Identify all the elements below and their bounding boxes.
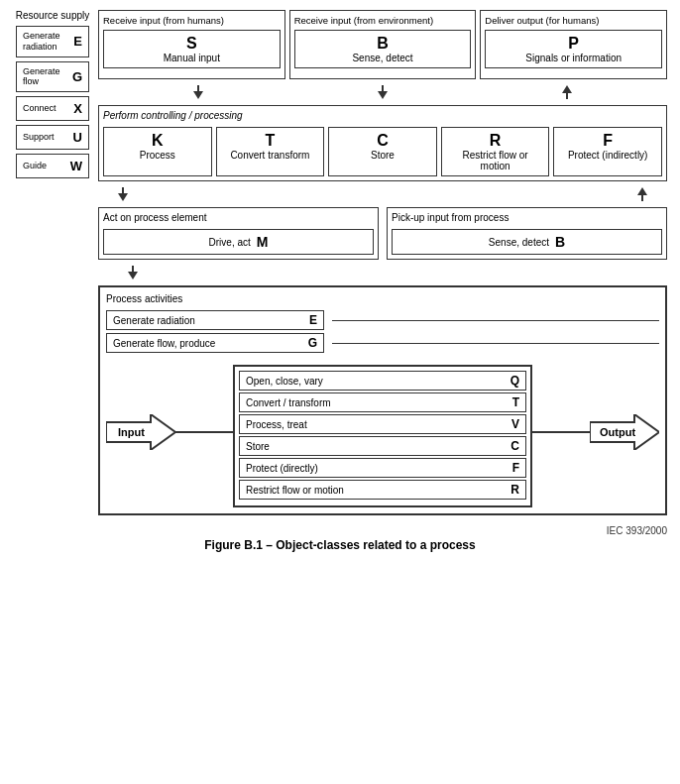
sub-v-label: Process, treat xyxy=(246,419,307,430)
sidebar-item-x-code: X xyxy=(73,101,82,116)
sub-item-r: Restrict flow or motion R xyxy=(239,480,526,500)
gen-radiation-item: Generate radiation E xyxy=(106,310,324,330)
receive-input-env-label: Receive input (from environment) xyxy=(294,15,433,26)
sense-detect-top-code: B xyxy=(303,35,463,53)
process-activities-title: Process activities xyxy=(106,293,659,304)
sub-row-v: Process, treat V xyxy=(239,414,526,434)
ctrl-item-t: T Convert transform xyxy=(216,127,325,176)
gen-radiation-label: Generate radiation xyxy=(113,315,195,326)
sidebar-item-x: Connect X xyxy=(16,96,89,121)
manual-input-inner-box: S Manual input xyxy=(103,30,281,68)
act-pickup-row: Act on process element Drive, act M Pick… xyxy=(98,207,667,260)
output-arrow-group: Output xyxy=(590,414,659,450)
gen-flow-line xyxy=(332,343,659,344)
resource-supply-label: Resource supply xyxy=(16,10,89,22)
sense-detect-bottom-code: B xyxy=(555,234,565,250)
sub-c-code: C xyxy=(510,439,519,453)
sidebar-item-x-label: Connect xyxy=(23,103,69,114)
sub-q-code: Q xyxy=(510,374,519,388)
figure-title: Figure B.1 – Object-classes related to a… xyxy=(13,538,667,552)
input-arrow-svg xyxy=(106,414,175,450)
sub-item-f: Protect (directly) F xyxy=(239,458,526,478)
arrow-down-mid-1 xyxy=(118,187,128,201)
gen-flow-item: Generate flow, produce G xyxy=(106,333,324,353)
ctrl-r-desc: Restrict flow or motion xyxy=(463,150,528,171)
sense-detect-top-desc: Sense, detect xyxy=(352,53,412,63)
receive-input-humans-box: Receive input (from humans) S Manual inp… xyxy=(98,10,285,79)
arrow-down-2 xyxy=(292,85,474,99)
ctrl-c-desc: Store xyxy=(371,150,395,161)
gen-flow-code: G xyxy=(308,336,317,350)
sidebar-item-w-label: Guide xyxy=(23,161,66,171)
drive-act-code: M xyxy=(257,234,269,250)
figure-caption: IEC 393/2000 Figure B.1 – Object-classes… xyxy=(13,525,667,552)
ctrl-k-desc: Process xyxy=(140,150,175,161)
signals-info-inner-box: P Signals or information xyxy=(485,30,662,68)
svg-marker-1 xyxy=(590,414,659,450)
sense-detect-top-inner-box: B Sense, detect xyxy=(294,30,472,68)
svg-marker-0 xyxy=(106,414,175,450)
ctrl-f-desc: Protect (indirectly) xyxy=(568,150,648,161)
left-sidebar: Resource supply Generate radiation E Gen… xyxy=(13,10,92,515)
arrow-up-3 xyxy=(476,85,657,99)
mid-arrows xyxy=(98,187,667,201)
sidebar-item-w: Guide W xyxy=(16,154,89,178)
act-box-title: Act on process element xyxy=(103,212,374,223)
sub-row-r: Restrict flow or motion R xyxy=(239,480,526,500)
ctrl-item-c: C Store xyxy=(328,127,437,176)
sense-detect-bottom-desc: Sense, detect xyxy=(489,237,549,248)
sub-item-v: Process, treat V xyxy=(239,414,526,434)
sub-item-t: Convert / transform T xyxy=(239,392,526,412)
reference-label: IEC 393/2000 xyxy=(13,525,667,536)
manual-input-code: S xyxy=(112,35,272,53)
ctrl-r-code: R xyxy=(448,132,543,150)
ctrl-item-r: R Restrict flow or motion xyxy=(441,127,550,176)
deliver-output-box: Deliver output (for humans) P Signals or… xyxy=(480,10,667,79)
sidebar-item-e-code: E xyxy=(73,34,82,49)
drive-act-inner-box: Drive, act M xyxy=(103,229,374,255)
sub-item-c: Store C xyxy=(239,436,526,456)
gen-radiation-line xyxy=(332,320,659,321)
top-row: Receive input (from humans) S Manual inp… xyxy=(98,10,667,79)
arrow-down-bottom xyxy=(128,266,138,280)
signals-info-code: P xyxy=(494,35,653,53)
sidebar-item-g-label: Generate flow xyxy=(23,66,68,88)
arrow-up-mid-2 xyxy=(637,187,647,201)
sense-detect-bottom-inner-box: Sense, detect B xyxy=(392,229,662,255)
sub-c-label: Store xyxy=(246,441,270,452)
ctrl-t-code: T xyxy=(223,132,318,150)
ctrl-t-desc: Convert transform xyxy=(230,150,309,161)
left-connector-line xyxy=(175,431,233,433)
output-arrow-svg xyxy=(590,414,659,450)
sub-t-code: T xyxy=(512,395,519,409)
sidebar-item-g-code: G xyxy=(72,69,82,84)
sub-q-label: Open, close, vary xyxy=(246,376,323,387)
sub-r-label: Restrict flow or motion xyxy=(246,485,344,496)
bottom-arrow xyxy=(98,266,667,280)
controlling-title: Perform controlling / processing xyxy=(103,110,662,121)
arrow-down-1 xyxy=(108,85,289,99)
process-sub-box: Open, close, vary Q Convert / transform … xyxy=(233,365,532,507)
gen-radiation-row: Generate radiation E xyxy=(106,310,659,330)
receive-input-humans-label: Receive input (from humans) xyxy=(103,15,224,26)
sidebar-item-g: Generate flow G xyxy=(16,61,89,93)
ctrl-c-code: C xyxy=(335,132,430,150)
sidebar-item-u: Support U xyxy=(16,125,89,150)
sub-row-f: Protect (directly) F xyxy=(239,458,526,478)
sub-r-code: R xyxy=(510,483,519,497)
deliver-output-label: Deliver output (for humans) xyxy=(485,15,599,26)
top-arrows xyxy=(98,85,667,99)
sidebar-item-u-label: Support xyxy=(23,132,69,143)
pickup-box: Pick-up input from process Sense, detect… xyxy=(387,207,667,260)
sidebar-item-e-label: Generate radiation xyxy=(23,31,69,53)
sub-row-c: Store C xyxy=(239,436,526,456)
input-arrow-group: Input xyxy=(106,414,175,450)
diagram-container: Resource supply Generate radiation E Gen… xyxy=(13,10,667,552)
drive-act-desc: Drive, act xyxy=(209,237,251,248)
sub-f-code: F xyxy=(512,461,519,475)
sub-row-t: Convert / transform T xyxy=(239,392,526,412)
sidebar-item-e: Generate radiation E xyxy=(16,26,89,57)
io-row: Input Open, close, vary Q xyxy=(106,357,659,507)
gen-flow-row: Generate flow, produce G xyxy=(106,333,659,353)
ctrl-item-k: K Process xyxy=(103,127,212,176)
